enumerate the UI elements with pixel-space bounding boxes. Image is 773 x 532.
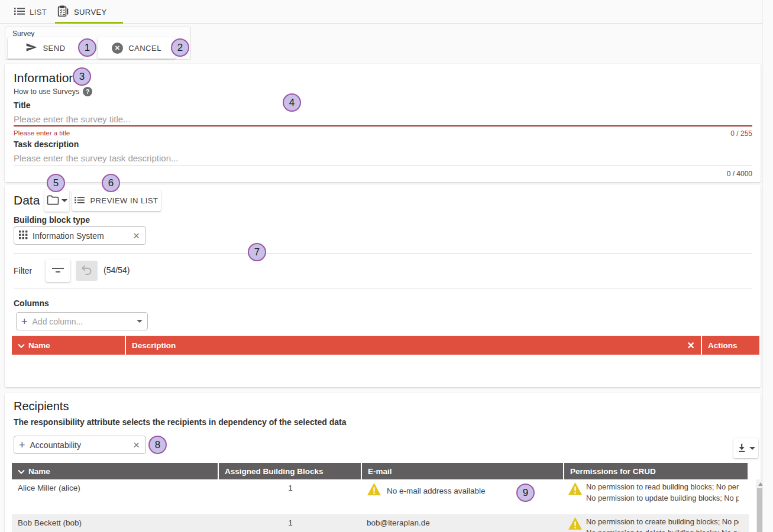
help-icon[interactable]: ? [83, 87, 92, 96]
preview-in-list-label: PREVIEW IN LIST [90, 196, 158, 205]
clear-building-block-icon[interactable]: × [132, 230, 141, 241]
annotation-5: 5 [47, 174, 65, 192]
recipients-header-name[interactable]: Name [12, 463, 218, 479]
tab-list[interactable]: LIST [14, 0, 47, 24]
recipient-assigned-count: 1 [219, 479, 362, 514]
task-underline [14, 166, 752, 166]
information-section: Information How to use Surveys ? Title P… [5, 64, 761, 182]
tab-bar: LIST SURVEY [0, 0, 773, 24]
tab-survey-label: SURVEY [74, 8, 107, 17]
chevron-down-icon [137, 320, 143, 323]
column-header-name-label: Name [28, 341, 50, 350]
active-tab-indicator [55, 22, 123, 24]
data-section: Data PREVIEW IN LIST Building block type… [5, 185, 761, 387]
undo-icon [81, 265, 92, 277]
column-header-description-label: Description [132, 341, 176, 350]
annotation-6: 6 [102, 174, 120, 192]
cancel-button[interactable]: ✕ CANCEL [98, 37, 176, 59]
tab-survey[interactable]: SURVEY [56, 0, 107, 24]
filter-icon [51, 266, 64, 276]
building-block-type-chip[interactable]: Information System × [14, 226, 146, 245]
divider [14, 288, 752, 288]
annotation-8: 8 [148, 436, 167, 454]
recipients-header-email-label: E-mail [368, 467, 392, 476]
recipients-header-permissions[interactable]: Permissions for CRUD [564, 463, 748, 479]
undo-filter-button[interactable] [76, 261, 98, 281]
warning-icon [568, 517, 583, 532]
sort-desc-icon [18, 467, 25, 476]
task-description-label: Task description [14, 140, 79, 149]
folder-icon [47, 195, 59, 207]
column-header-actions-label: Actions [708, 341, 738, 350]
saved-queries-dropdown-button[interactable] [44, 190, 69, 212]
annotation-9: 9 [516, 484, 535, 502]
table-row[interactable]: Alice Miller (alice) 1 No e-mail address… [12, 479, 749, 514]
task-char-counter: 0 / 4000 [727, 170, 752, 178]
recipients-header-permissions-label: Permissions for CRUD [570, 467, 656, 476]
annotation-2: 2 [171, 38, 189, 57]
tab-list-label: LIST [30, 8, 47, 17]
recipients-table: Name Assigned Building Blocks E-mail Per… [12, 463, 749, 532]
building-block-type-label: Building block type [14, 215, 90, 225]
download-dropdown-button[interactable] [733, 438, 758, 458]
send-icon [25, 43, 37, 54]
cancel-icon: ✕ [112, 43, 123, 54]
list-icon [75, 196, 85, 206]
sort-desc-icon [18, 341, 25, 350]
plus-icon: + [19, 440, 25, 450]
recipient-permissions: No permission to create building blocks;… [586, 517, 739, 532]
recipient-permissions: No permission to read building blocks; N… [586, 482, 739, 504]
filter-label: Filter [14, 266, 32, 275]
recipient-email: bob@iteraplan.de [367, 517, 430, 527]
title-label: Title [14, 100, 31, 110]
title-error-text: Please enter a title [14, 129, 70, 137]
survey-clipboard-icon [56, 5, 69, 20]
recipient-name: Bob Beckett (bob) [12, 514, 219, 532]
data-heading: Data [14, 193, 40, 207]
send-button-label: SEND [43, 44, 65, 53]
recipients-header-assigned[interactable]: Assigned Building Blocks [219, 463, 361, 479]
add-column-select[interactable]: + Add column... [16, 312, 148, 330]
grid-icon [19, 231, 28, 241]
help-link[interactable]: How to use Surveys [14, 87, 79, 96]
remove-column-icon[interactable]: ✕ [687, 340, 695, 351]
annotation-3: 3 [73, 67, 91, 86]
table-row[interactable]: Bob Beckett (bob) 1 bob@iteraplan.de No … [12, 514, 749, 532]
column-header-actions: Actions [702, 336, 759, 355]
survey-title-input[interactable] [14, 112, 487, 126]
filter-count: (54/54) [104, 265, 130, 275]
annotation-1: 1 [78, 38, 96, 57]
warning-icon [568, 482, 583, 497]
column-header-name[interactable]: Name [12, 336, 125, 355]
survey-group-label: Survey [12, 30, 34, 38]
recipients-table-header: Name Assigned Building Blocks E-mail Per… [12, 463, 749, 479]
column-header-description[interactable]: Description ✕ [126, 336, 701, 355]
recipients-section: Recipients The responsibility attribute … [5, 393, 761, 532]
recipients-header-email[interactable]: E-mail [362, 463, 563, 479]
plus-icon: + [21, 316, 28, 327]
clear-attribute-icon[interactable]: × [132, 439, 141, 450]
task-description-input[interactable] [14, 151, 487, 165]
add-column-placeholder: Add column... [33, 317, 83, 326]
send-button[interactable]: SEND [8, 37, 83, 59]
download-icon [736, 442, 747, 455]
preview-in-list-button[interactable]: PREVIEW IN LIST [72, 190, 161, 211]
recipients-header-assigned-label: Assigned Building Blocks [225, 467, 324, 476]
recipients-heading: Recipients [14, 400, 69, 413]
information-heading: Information [14, 71, 76, 85]
page-scrollbar[interactable] [762, 0, 773, 532]
recipient-name: Alice Miller (alice) [12, 479, 219, 514]
recipients-header-name-label: Name [28, 467, 50, 476]
responsibility-attribute-select[interactable]: + Accountability × [14, 436, 146, 454]
cancel-button-label: CANCEL [128, 44, 161, 53]
title-underline [14, 125, 752, 126]
responsibility-attribute-value: Accountability [30, 440, 81, 450]
chevron-down-icon [62, 199, 67, 202]
survey-action-group: Survey SEND ✕ CANCEL [5, 27, 191, 60]
building-block-type-value: Information System [33, 231, 104, 241]
title-char-counter: 0 / 255 [730, 129, 752, 138]
filter-button[interactable] [46, 259, 70, 282]
annotation-4: 4 [283, 93, 301, 112]
warning-icon [367, 482, 381, 498]
divider [14, 253, 752, 254]
